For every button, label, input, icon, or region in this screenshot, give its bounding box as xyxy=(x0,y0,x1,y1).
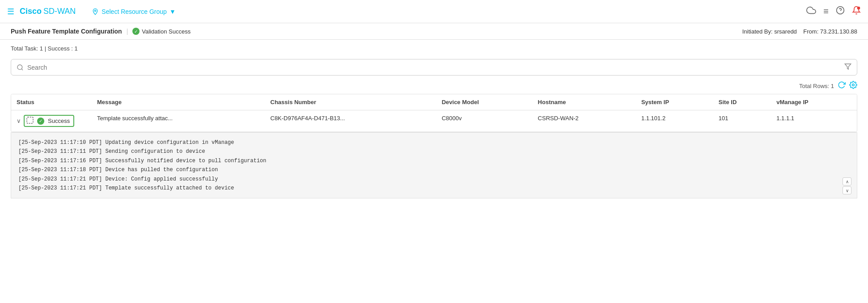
svg-point-3 xyxy=(857,7,860,10)
log-line: [25-Sep-2023 11:17:18 PDT] Device has pu… xyxy=(18,165,850,174)
table-header-row: Status Message Chassis Number Device Mod… xyxy=(11,94,857,110)
col-header-message: Message xyxy=(92,94,265,110)
topnav-right: ≡ xyxy=(806,5,861,17)
notification-bell-icon[interactable] xyxy=(852,6,861,17)
search-bar xyxy=(11,59,857,76)
resource-group-selector[interactable]: Select Resource Group ▼ xyxy=(92,8,175,15)
table-controls: Total Rows: 1 xyxy=(11,81,857,91)
search-icon xyxy=(17,64,24,71)
resource-group-label: Select Resource Group xyxy=(102,8,167,15)
cell-hostname: CSRSD-WAN-2 xyxy=(533,110,636,132)
col-header-system-ip: System IP xyxy=(636,94,713,110)
validation-label: Validation Success xyxy=(142,28,191,35)
subheader-left: Push Feature Template Configuration | ✓ … xyxy=(11,28,191,35)
log-line: [25-Sep-2023 11:17:10 PDT] Updating devi… xyxy=(18,138,850,147)
help-icon[interactable] xyxy=(836,6,845,17)
brand-logo: Cisco SD-WAN xyxy=(20,7,76,16)
cell-device-model: C8000v xyxy=(436,110,533,132)
location-pin-icon xyxy=(92,8,99,15)
validation-success-icon: ✓ xyxy=(132,28,140,35)
log-line: [25-Sep-2023 11:17:21 PDT] Template succ… xyxy=(18,184,850,193)
log-line: [25-Sep-2023 11:17:16 PDT] Successfully … xyxy=(18,156,850,165)
log-line: [25-Sep-2023 11:17:11 PDT] Sending confi… xyxy=(18,147,850,156)
col-header-hostname: Hostname xyxy=(533,94,636,110)
status-value: Success xyxy=(48,118,70,124)
cell-site-id: 101 xyxy=(713,110,771,132)
status-badge-wrapper: ✓ Success xyxy=(24,115,74,127)
cell-vmanage-ip: 1.1.1.1 xyxy=(771,110,857,132)
col-header-vmanage-ip: vManage IP xyxy=(771,94,857,110)
initiated-by: Initiated By: srsaredd xyxy=(742,28,797,35)
svg-point-7 xyxy=(852,84,855,86)
table-settings-icon[interactable] xyxy=(849,81,857,91)
topnav-left: ☰ Cisco SD-WAN Select Resource Group ▼ xyxy=(7,7,806,17)
subheader: Push Feature Template Configuration | ✓ … xyxy=(0,23,868,40)
row-expand-icon[interactable]: ∨ xyxy=(17,118,21,124)
cloud-icon[interactable] xyxy=(806,5,816,17)
scroll-up-button[interactable]: ∧ xyxy=(843,177,851,185)
log-line: [25-Sep-2023 11:17:21 PDT] Device: Confi… xyxy=(18,175,850,184)
top-navigation: ☰ Cisco SD-WAN Select Resource Group ▼ ≡ xyxy=(0,0,868,23)
log-scroll-controls: ∧ ∨ xyxy=(843,177,851,194)
svg-point-4 xyxy=(17,65,22,70)
validation-badge: ✓ Validation Success xyxy=(132,28,191,35)
cell-chassis: C8K-D976AF4A-D471-B13... xyxy=(265,110,436,132)
search-input[interactable] xyxy=(27,64,844,71)
log-area: [25-Sep-2023 11:17:10 PDT] Updating devi… xyxy=(11,132,857,198)
log-lines: [25-Sep-2023 11:17:10 PDT] Updating devi… xyxy=(18,138,850,193)
brand-cisco: Cisco xyxy=(20,7,42,16)
filter-icon[interactable] xyxy=(844,63,851,72)
cell-status: ∨ ✓ Success xyxy=(11,110,92,132)
total-rows-label: Total Rows: 1 xyxy=(799,83,834,89)
pipe-divider: | xyxy=(127,28,128,35)
menu-icon[interactable]: ≡ xyxy=(823,6,829,17)
cell-message: Template successfully attac... xyxy=(92,110,265,132)
table-row: ∨ ✓ Success xyxy=(11,110,857,132)
svg-marker-6 xyxy=(845,64,851,69)
col-header-site-id: Site ID xyxy=(713,94,771,110)
col-header-status: Status xyxy=(11,94,92,110)
svg-point-0 xyxy=(95,10,96,11)
svg-line-5 xyxy=(21,69,23,70)
scroll-down-button[interactable]: ∨ xyxy=(843,186,851,194)
data-table: Status Message Chassis Number Device Mod… xyxy=(11,94,857,132)
svg-rect-8 xyxy=(27,117,33,123)
brand-sdwan: SD-WAN xyxy=(43,7,76,16)
col-header-chassis: Chassis Number xyxy=(265,94,436,110)
from-ip: From: 73.231.130.88 xyxy=(803,28,857,35)
main-content: Total Task: 1 | Success : 1 Total Rows: … xyxy=(0,40,868,204)
col-header-device-model: Device Model xyxy=(436,94,533,110)
initiated-by-info: Initiated By: srsaredd From: 73.231.130.… xyxy=(742,28,857,35)
page-title: Push Feature Template Configuration xyxy=(11,28,122,35)
hamburger-icon[interactable]: ☰ xyxy=(7,7,14,17)
refresh-icon[interactable] xyxy=(838,81,846,91)
status-success-icon: ✓ xyxy=(37,118,44,125)
cell-system-ip: 1.1.101.2 xyxy=(636,110,713,132)
task-summary: Total Task: 1 | Success : 1 xyxy=(11,45,857,52)
row-select-checkbox[interactable] xyxy=(26,117,34,125)
resource-group-dropdown-icon: ▼ xyxy=(169,8,176,15)
